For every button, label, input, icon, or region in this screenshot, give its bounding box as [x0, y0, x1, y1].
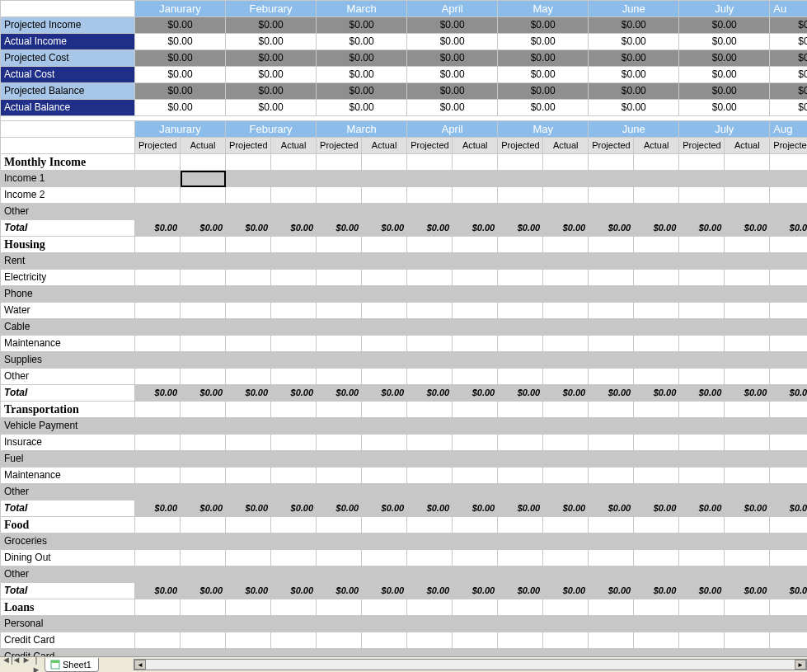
cell[interactable] — [181, 303, 226, 319]
cell[interactable] — [725, 286, 770, 303]
cell[interactable]: Projected — [135, 138, 181, 154]
cell[interactable]: $0.00 — [498, 100, 589, 116]
cell[interactable] — [679, 517, 725, 533]
cell[interactable]: $0.00 — [589, 385, 634, 402]
cell[interactable] — [226, 187, 271, 204]
cell[interactable]: Feburary — [226, 1, 317, 17]
cell[interactable] — [317, 319, 362, 336]
cell[interactable] — [498, 468, 543, 484]
cell[interactable] — [181, 649, 226, 657]
cell[interactable]: $0.00 — [498, 50, 589, 67]
cell[interactable]: $0.00 — [317, 500, 362, 517]
cell[interactable] — [543, 336, 589, 352]
cell[interactable] — [725, 550, 770, 566]
cell[interactable]: $0.00 — [679, 583, 725, 599]
cell[interactable]: $0.00 — [271, 220, 317, 237]
cell[interactable] — [725, 204, 770, 220]
cell[interactable] — [135, 303, 181, 319]
cell[interactable] — [317, 303, 362, 319]
cell[interactable]: Projected — [770, 138, 807, 154]
cell[interactable] — [543, 435, 589, 451]
cell[interactable] — [135, 204, 181, 220]
cell[interactable] — [362, 237, 407, 253]
cell[interactable]: $0.00 — [589, 67, 679, 83]
cell[interactable]: $0.00 — [271, 500, 317, 517]
cell[interactable] — [498, 270, 543, 286]
cell[interactable] — [634, 352, 679, 369]
cell[interactable]: $0.00 — [634, 385, 679, 402]
cell[interactable] — [226, 451, 271, 468]
cell[interactable]: $0.00 — [407, 34, 498, 50]
cell[interactable] — [453, 468, 498, 484]
cell[interactable] — [181, 484, 226, 500]
cell[interactable] — [181, 187, 226, 204]
cell[interactable] — [679, 418, 725, 435]
cell[interactable]: Total — [1, 583, 135, 599]
cell[interactable] — [770, 270, 807, 286]
cell[interactable]: $0.00 — [181, 583, 226, 599]
cell[interactable] — [770, 154, 807, 171]
cell[interactable]: July — [679, 1, 770, 17]
cell[interactable] — [725, 632, 770, 649]
cell[interactable]: Projected — [317, 138, 362, 154]
cell[interactable] — [679, 237, 725, 253]
cell[interactable]: Housing — [1, 237, 135, 253]
cell[interactable] — [317, 468, 362, 484]
cell[interactable]: $0.00 — [589, 34, 679, 50]
cell[interactable]: $0.00 — [589, 500, 634, 517]
cell[interactable] — [317, 616, 362, 632]
cell[interactable]: Dining Out — [1, 550, 135, 566]
cell[interactable]: $0.00 — [453, 385, 498, 402]
cell[interactable] — [725, 418, 770, 435]
cell[interactable] — [453, 632, 498, 649]
cell[interactable] — [317, 237, 362, 253]
cell[interactable] — [135, 270, 181, 286]
cell[interactable] — [317, 517, 362, 533]
cell[interactable] — [589, 154, 634, 171]
cell[interactable]: Projected — [589, 138, 634, 154]
cell[interactable]: $0.00 — [226, 83, 317, 100]
cell[interactable] — [135, 451, 181, 468]
cell[interactable] — [543, 599, 589, 616]
cell[interactable]: $0. — [770, 50, 807, 67]
cell[interactable] — [362, 418, 407, 435]
cell[interactable] — [181, 204, 226, 220]
cell[interactable]: $0.00 — [317, 583, 362, 599]
cell[interactable] — [317, 253, 362, 270]
cell[interactable] — [453, 352, 498, 369]
cell[interactable]: $0.00 — [226, 100, 317, 116]
cell[interactable] — [407, 336, 453, 352]
cell[interactable] — [135, 550, 181, 566]
cell[interactable] — [634, 566, 679, 583]
cell[interactable] — [498, 154, 543, 171]
cell[interactable]: Actual Balance — [1, 100, 135, 116]
cell[interactable] — [453, 187, 498, 204]
cell[interactable] — [226, 253, 271, 270]
cell[interactable] — [362, 632, 407, 649]
cell[interactable] — [679, 599, 725, 616]
cell[interactable] — [181, 237, 226, 253]
cell[interactable] — [725, 154, 770, 171]
cell[interactable] — [362, 369, 407, 385]
cell[interactable] — [226, 352, 271, 369]
cell[interactable] — [725, 171, 770, 187]
cell[interactable]: $0.00 — [317, 83, 407, 100]
cell[interactable] — [679, 187, 725, 204]
cell[interactable]: $0.00 — [679, 100, 770, 116]
cell[interactable] — [770, 352, 807, 369]
cell[interactable]: $0.00 — [725, 220, 770, 237]
cell[interactable] — [679, 435, 725, 451]
cell[interactable] — [181, 336, 226, 352]
cell[interactable]: $0.00 — [679, 17, 770, 34]
cell[interactable] — [634, 154, 679, 171]
cell[interactable]: $0.00 — [407, 83, 498, 100]
cell[interactable] — [135, 566, 181, 583]
cell[interactable] — [407, 253, 453, 270]
cell[interactable] — [634, 237, 679, 253]
cell[interactable] — [181, 270, 226, 286]
cell[interactable] — [543, 352, 589, 369]
cell[interactable] — [271, 171, 317, 187]
cell[interactable] — [362, 319, 407, 336]
cell[interactable]: Actual Cost — [1, 67, 135, 83]
cell[interactable] — [725, 566, 770, 583]
